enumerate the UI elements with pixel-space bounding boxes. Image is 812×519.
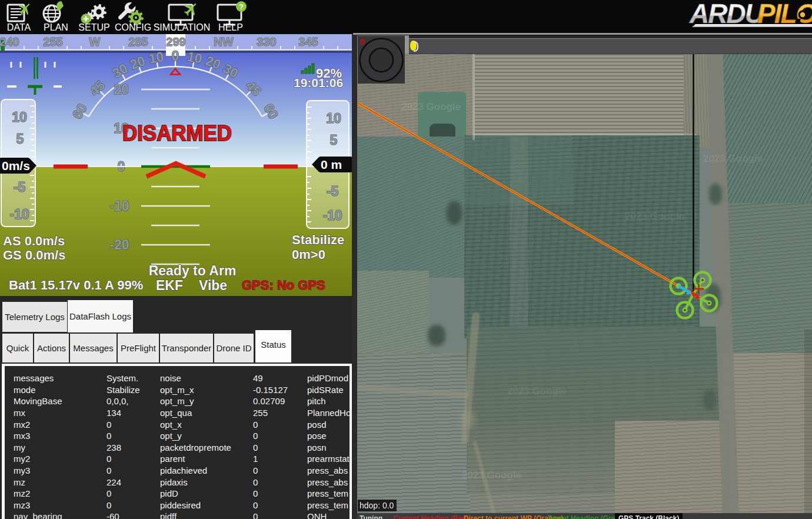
svg-text:5: 5 [16,131,24,147]
svg-text:Stabilize: Stabilize [292,232,344,247]
svg-text:0m>0: 0m>0 [292,247,325,262]
svg-text:W: W [89,35,101,48]
svg-text:-10: -10 [9,207,29,222]
svg-text:GS 0.0m/s: GS 0.0m/s [3,248,65,262]
svg-text:GPS: No GPS: GPS: No GPS [242,278,325,292]
svg-text:-20: -20 [109,237,129,252]
svg-text:-5: -5 [14,179,26,195]
svg-text:NW: NW [214,35,233,48]
svg-text:-10: -10 [322,208,342,223]
svg-text:285: 285 [128,35,148,48]
svg-text:240: 240 [0,35,19,48]
svg-text:299: 299 [166,35,185,48]
svg-text:Ready to Arm: Ready to Arm [149,263,237,278]
svg-text:-10: -10 [109,198,129,214]
svg-text:255: 255 [43,35,62,48]
svg-text:20: 20 [114,82,129,97]
svg-text:-5: -5 [327,184,339,199]
svg-text:?: ? [239,2,244,11]
svg-text:330: 330 [257,35,276,48]
svg-text:345: 345 [298,35,318,48]
svg-text:5: 5 [330,132,338,148]
svg-text:0 m: 0 m [321,158,342,171]
svg-text:EKF: EKF [156,278,183,293]
svg-text:Vibe: Vibe [199,278,227,293]
svg-text:0: 0 [172,48,179,64]
svg-text:Bat1 15.17v 0.1 A 99%: Bat1 15.17v 0.1 A 99% [9,278,143,292]
svg-text:19:01:06: 19:01:06 [294,76,343,89]
svg-text:DISARMED: DISARMED [122,121,232,145]
svg-text:10: 10 [186,49,204,66]
svg-text:10: 10 [148,49,165,66]
svg-text:0m/s: 0m/s [2,159,30,172]
svg-text:10: 10 [326,111,341,126]
svg-text:10: 10 [12,109,27,125]
svg-text:AS 0.0m/s: AS 0.0m/s [3,234,65,248]
